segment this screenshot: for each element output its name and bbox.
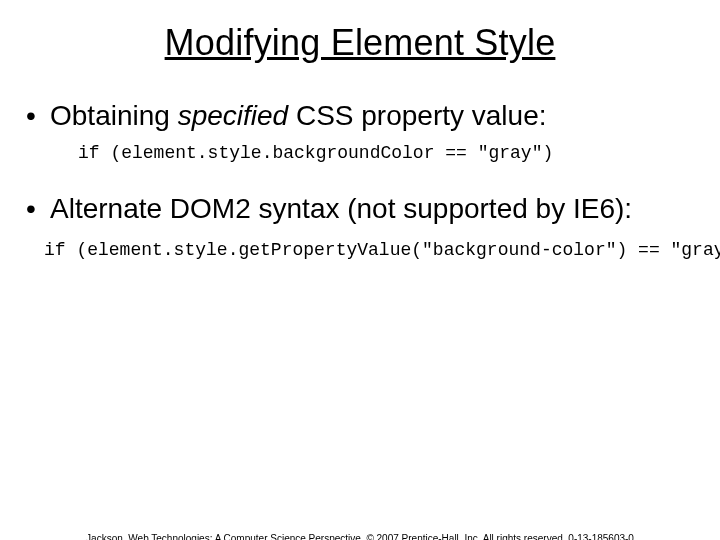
bullet-1-suffix: CSS property value:: [288, 100, 546, 131]
slide-body: • Obtaining specified CSS property value…: [0, 98, 720, 260]
bullet-1: • Obtaining specified CSS property value…: [22, 98, 692, 133]
bullet-1-prefix: Obtaining: [50, 100, 178, 131]
code-block-1: if (element.style.backgroundColor == "gr…: [78, 143, 692, 163]
bullet-2: • Alternate DOM2 syntax (not supported b…: [22, 191, 692, 226]
bullet-1-text: Obtaining specified CSS property value:: [50, 98, 692, 133]
bullet-2-text: Alternate DOM2 syntax (not supported by …: [50, 191, 692, 226]
code-block-2: if (element.style.getPropertyValue("back…: [44, 240, 692, 260]
bullet-dot: •: [22, 191, 50, 226]
bullet-1-italic: specified: [178, 100, 289, 131]
slide: Modifying Element Style • Obtaining spec…: [0, 22, 720, 540]
bullet-dot: •: [22, 98, 50, 133]
slide-title: Modifying Element Style: [0, 22, 720, 64]
slide-footer: Jackson, Web Technologies: A Computer Sc…: [0, 533, 720, 540]
